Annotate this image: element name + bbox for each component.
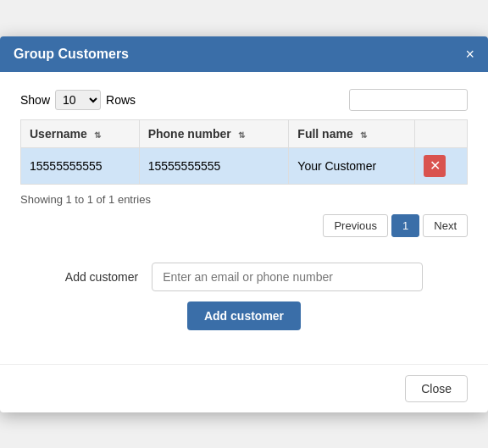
table-body: 1555555555515555555555Your Customer✕ (21, 147, 468, 184)
modal-body: Show 102550100 Rows Username ⇅ Phone num… (0, 72, 488, 347)
table-info: Showing 1 to 1 of 1 entries (20, 193, 468, 206)
cell-username: 15555555555 (21, 147, 140, 184)
cell-action: ✕ (415, 147, 468, 184)
cell-phone: 15555555555 (139, 147, 289, 184)
table-header: Username ⇅ Phone number ⇅ Full name ⇅ (21, 119, 468, 147)
sort-fullname-icon[interactable]: ⇅ (360, 130, 367, 140)
add-customer-row: Add customer (65, 263, 423, 291)
show-rows-control: Show 102550100 Rows (20, 90, 136, 110)
col-username: Username ⇅ (21, 119, 140, 147)
add-customer-input[interactable] (152, 263, 423, 291)
add-customer-label: Add customer (65, 270, 138, 284)
show-label: Show (20, 93, 50, 107)
delete-customer-button[interactable]: ✕ (424, 155, 446, 177)
previous-button[interactable]: Previous (323, 214, 388, 237)
cell-fullname: Your Customer (289, 147, 415, 184)
table-row: 1555555555515555555555Your Customer✕ (21, 147, 468, 184)
add-customer-button[interactable]: Add customer (187, 301, 301, 330)
modal-header: Group Customers × (0, 36, 488, 72)
page-1-button[interactable]: 1 (391, 214, 419, 237)
modal-footer: Close (0, 364, 488, 412)
group-customers-modal: Group Customers × Show 102550100 Rows Us… (0, 36, 488, 412)
col-actions (415, 119, 468, 147)
col-fullname: Full name ⇅ (289, 119, 415, 147)
close-button[interactable]: Close (405, 375, 468, 402)
sort-phone-icon[interactable]: ⇅ (238, 130, 245, 140)
rows-label: Rows (106, 93, 136, 107)
modal-title: Group Customers (14, 47, 129, 62)
sort-username-icon[interactable]: ⇅ (94, 130, 101, 140)
customers-table: Username ⇅ Phone number ⇅ Full name ⇅ 15… (20, 119, 468, 185)
search-input[interactable] (349, 89, 468, 111)
rows-per-page-select[interactable]: 102550100 (55, 90, 101, 110)
pagination: Previous 1 Next (20, 214, 468, 237)
add-customer-section: Add customer Add customer (20, 263, 468, 330)
table-controls: Show 102550100 Rows (20, 89, 468, 111)
table-header-row: Username ⇅ Phone number ⇅ Full name ⇅ (21, 119, 468, 147)
next-button[interactable]: Next (423, 214, 468, 237)
col-phone: Phone number ⇅ (139, 119, 289, 147)
modal-close-icon-button[interactable]: × (465, 47, 474, 62)
